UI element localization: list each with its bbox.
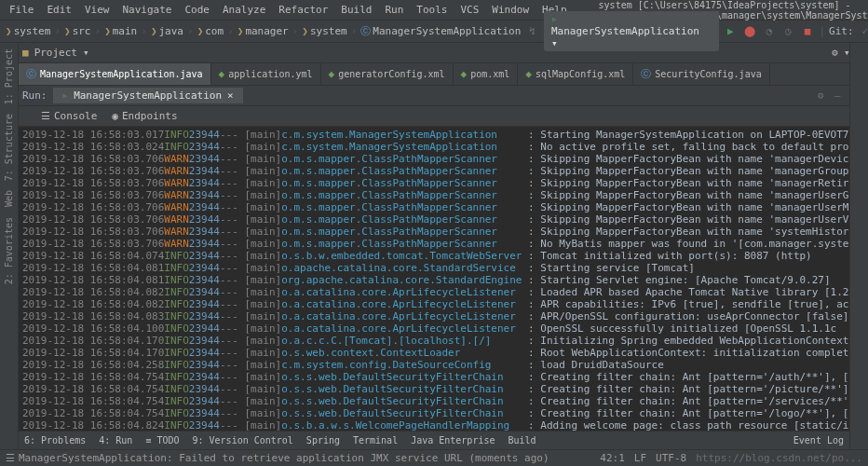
log-line: 2019-12-18 16:58:03.706 WARN 23944 --- [… xyxy=(22,165,849,177)
log-line: 2019-12-18 16:58:04.074 INFO 23944 --- [… xyxy=(22,250,849,262)
encoding[interactable]: UTF-8 xyxy=(656,452,686,464)
bottom-tool-button[interactable]: Java Enterprise xyxy=(411,435,495,445)
log-line: 2019-12-18 16:58:04.170 INFO 23944 --- [… xyxy=(22,335,849,347)
left-tool-button[interactable]: Web xyxy=(4,190,14,207)
bottom-tool-button[interactable]: Terminal xyxy=(353,435,398,445)
event-log-button[interactable]: Event Log xyxy=(793,435,844,445)
status-icon: ☰ xyxy=(6,452,15,464)
menu-analyze[interactable]: Analyze xyxy=(217,2,271,18)
breadcrumb-item[interactable]: ❯ manager xyxy=(237,25,289,37)
log-line: 2019-12-18 16:58:03.706 WARN 23944 --- [… xyxy=(22,177,849,189)
git-update-icon[interactable]: ✓ xyxy=(858,23,868,40)
profile-icon[interactable]: ◷ xyxy=(780,23,796,40)
log-line: 2019-12-18 16:58:03.706 WARN 23944 --- [… xyxy=(22,201,849,213)
run-icon[interactable]: ▶ xyxy=(723,23,739,40)
bottom-tool-button[interactable]: ≡ TODO xyxy=(145,435,179,445)
watermark: https://blog.csdn.net/po... xyxy=(696,452,862,464)
log-line: 2019-12-18 16:58:03.024 INFO 23944 --- [… xyxy=(22,141,849,153)
menu-view[interactable]: View xyxy=(79,2,115,18)
bottom-tool-button[interactable]: 6: Problems xyxy=(24,435,86,445)
editor-tab[interactable]: ⓒ SecurityConfig.java xyxy=(633,63,769,85)
log-line: 2019-12-18 16:58:03.706 WARN 23944 --- [… xyxy=(22,153,849,165)
bottom-tool-button[interactable]: 9: Version Control xyxy=(192,435,292,445)
menu-code[interactable]: Code xyxy=(179,2,215,18)
git-label: Git: xyxy=(829,25,854,37)
stop-icon[interactable]: ■ xyxy=(800,23,816,40)
breadcrumb-item[interactable]: ❯ system xyxy=(302,25,346,37)
toolbar: ❯ system›❯ src›❯ main›❯ java›❯ com›❯ man… xyxy=(0,21,868,43)
settings-icon[interactable]: ⚙ xyxy=(812,88,829,104)
editor-tab[interactable]: ◆ application.yml xyxy=(211,63,321,85)
endpoints-tab[interactable]: ◉ Endpoints xyxy=(112,110,177,122)
editor-tab[interactable]: ⓒ ManagerSystemApplication.java xyxy=(19,63,211,85)
console-output[interactable]: 2019-12-18 16:58:03.017 INFO 23944 --- [… xyxy=(19,127,849,431)
close-icon[interactable]: × xyxy=(227,89,234,102)
caret-position[interactable]: 42:1 xyxy=(600,452,625,464)
bottom-tool-button[interactable]: Spring xyxy=(306,435,340,445)
run-tool-window: Run: ▹ManagerSystemApplication× ⚙ — ☰ Co… xyxy=(19,86,849,431)
menu-navigate[interactable]: Navigate xyxy=(117,2,178,18)
breadcrumb-item[interactable]: ❯ src xyxy=(64,25,91,37)
menu-build[interactable]: Build xyxy=(335,2,377,18)
log-line: 2019-12-18 16:58:04.081 INFO 23944 --- [… xyxy=(22,274,849,286)
right-tool-stripe[interactable] xyxy=(849,43,868,449)
breadcrumb-item[interactable]: ⓒ ManagerSystemApplication xyxy=(360,24,521,38)
run-tab[interactable]: ▹ManagerSystemApplication× xyxy=(53,88,243,103)
breadcrumb-item[interactable]: ❯ system xyxy=(6,25,50,37)
editor-tab[interactable]: ◆ sqlMapConfig.xml xyxy=(518,63,633,85)
breadcrumb: ❯ system›❯ src›❯ main›❯ java›❯ com›❯ man… xyxy=(6,24,521,38)
run-config-selector[interactable]: ▹ ManagerSystemApplication ▾ xyxy=(544,11,719,51)
left-tool-stripe[interactable]: 1: Project7: StructureWeb2: Favorites xyxy=(0,43,19,449)
bottom-tool-button[interactable]: 4: Run xyxy=(99,435,132,445)
log-line: 2019-12-18 16:58:04.754 INFO 23944 --- [… xyxy=(22,407,849,419)
breadcrumb-item[interactable]: ❯ java xyxy=(151,25,183,37)
coverage-icon[interactable]: ◔ xyxy=(761,23,777,40)
menu-tools[interactable]: Tools xyxy=(411,2,453,18)
menu-run[interactable]: Run xyxy=(379,2,409,18)
log-line: 2019-12-18 16:58:04.754 INFO 23944 --- [… xyxy=(22,383,849,395)
log-line: 2019-12-18 16:58:04.824 INFO 23944 --- [… xyxy=(22,419,849,431)
menu-refactor[interactable]: Refactor xyxy=(273,2,333,18)
console-tab[interactable]: ☰ Console xyxy=(41,110,97,122)
left-tool-button[interactable]: 1: Project xyxy=(4,48,14,104)
log-line: 2019-12-18 16:58:04.083 INFO 23944 --- [… xyxy=(22,310,849,322)
editor-tab[interactable]: ◆ pom.xml xyxy=(454,63,519,85)
log-line: 2019-12-18 16:58:03.017 INFO 23944 --- [… xyxy=(22,129,849,141)
log-line: 2019-12-18 16:58:04.082 INFO 23944 --- [… xyxy=(22,286,849,298)
run-label: Run: xyxy=(22,89,47,102)
log-line: 2019-12-18 16:58:03.706 WARN 23944 --- [… xyxy=(22,213,849,226)
log-line: 2019-12-18 16:58:04.754 INFO 23944 --- [… xyxy=(22,395,849,407)
log-line: 2019-12-18 16:58:04.258 INFO 23944 --- [… xyxy=(22,359,849,371)
left-tool-button[interactable]: 2: Favorites xyxy=(4,217,14,284)
bottom-tool-stripe: 6: Problems4: Run≡ TODO9: Version Contro… xyxy=(19,431,849,449)
breadcrumb-item[interactable]: ❯ com xyxy=(197,25,224,37)
status-bar: ☰ ManagerSystemApplication: Failed to re… xyxy=(0,449,868,466)
log-line: 2019-12-18 16:58:04.100 INFO 23944 --- [… xyxy=(22,322,849,335)
log-line: 2019-12-18 16:58:04.170 INFO 23944 --- [… xyxy=(22,347,849,359)
editor-tabs: ⓒ ManagerSystemApplication.java◆ applica… xyxy=(0,63,868,86)
line-separator[interactable]: LF xyxy=(634,452,646,464)
bottom-tool-button[interactable]: Build xyxy=(508,435,536,445)
menu-vcs[interactable]: VCS xyxy=(454,2,484,18)
left-tool-button[interactable]: 7: Structure xyxy=(4,114,14,181)
log-line: 2019-12-18 16:58:03.706 WARN 23944 --- [… xyxy=(22,189,849,201)
menu-file[interactable]: File xyxy=(4,2,40,18)
log-line: 2019-12-18 16:58:04.082 INFO 23944 --- [… xyxy=(22,298,849,310)
log-line: 2019-12-18 16:58:04.754 INFO 23944 --- [… xyxy=(22,371,849,383)
log-line: 2019-12-18 16:58:04.081 INFO 23944 --- [… xyxy=(22,262,849,274)
minimize-icon[interactable]: — xyxy=(829,88,846,104)
status-message: ManagerSystemApplication: Failed to retr… xyxy=(19,452,549,464)
editor-tab[interactable]: ◆ generatorConfig.xml xyxy=(321,63,454,85)
log-line: 2019-12-18 16:58:03.706 WARN 23944 --- [… xyxy=(22,238,849,250)
menu-edit[interactable]: Edit xyxy=(42,2,78,18)
build-icon[interactable]: ↯ xyxy=(524,23,540,40)
log-line: 2019-12-18 16:58:03.706 WARN 23944 --- [… xyxy=(22,226,849,238)
breadcrumb-item[interactable]: ❯ main xyxy=(104,25,137,37)
debug-icon[interactable]: ⬤ xyxy=(742,23,758,40)
